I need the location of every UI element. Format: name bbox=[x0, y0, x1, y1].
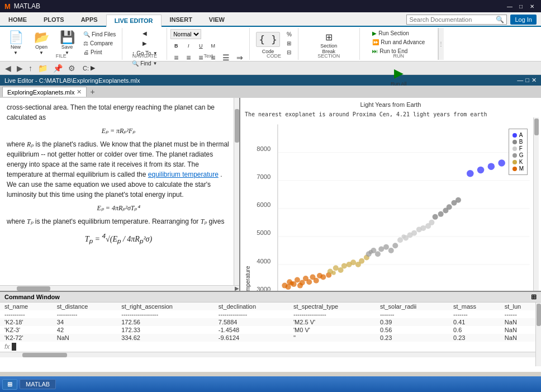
file-sub-buttons: 🔍 Find Files ⚖ Compare 🖨 Print bbox=[80, 30, 118, 56]
command-vscrollbar-thumb[interactable] bbox=[537, 304, 541, 326]
svg-point-46 bbox=[397, 237, 403, 243]
chart-title: Light Years from Earth bbox=[360, 101, 421, 108]
svg-point-27 bbox=[290, 281, 294, 286]
editor-minimize-icon[interactable]: — bbox=[517, 77, 523, 84]
search-box[interactable]: 🔍 bbox=[406, 15, 507, 25]
run-advance-button[interactable]: ⏩ Run and Advance bbox=[369, 38, 428, 46]
cell-dist-2: NaN bbox=[53, 334, 117, 342]
editor-para3: where Tₚ is the planet's equilibrium tem… bbox=[7, 216, 230, 226]
start-button[interactable]: ⊞ bbox=[2, 379, 17, 390]
forward-button[interactable]: ▶ bbox=[140, 39, 150, 48]
editor-title-bar: Live Editor - C:\MATLAB\ExploringExoplan… bbox=[0, 75, 541, 86]
editor-vscrollbar[interactable] bbox=[234, 98, 239, 285]
command-window-content[interactable]: st_name st_distance st_right_ascension s… bbox=[0, 303, 541, 372]
close-button[interactable]: ✕ bbox=[528, 2, 537, 11]
editor-maximize-icon[interactable]: □ bbox=[525, 77, 529, 84]
legend-dot-A bbox=[512, 133, 517, 138]
legend-dot-F bbox=[512, 147, 517, 151]
strikethrough-button[interactable]: M bbox=[207, 41, 219, 50]
cell-dec-0: 7.5884 bbox=[214, 318, 289, 326]
back-button[interactable]: ◀ bbox=[140, 29, 150, 37]
taskbar-matlab-button[interactable]: MATLAB bbox=[20, 379, 56, 389]
editor-vscrollbar-thumb[interactable] bbox=[235, 109, 239, 143]
scroll-right-icon[interactable]: ▶ bbox=[235, 285, 239, 291]
find-files-button[interactable]: 🔍 Find Files bbox=[80, 30, 118, 39]
para2-1: where bbox=[7, 140, 27, 148]
tab-home[interactable]: HOME bbox=[0, 13, 35, 26]
scatter-wrapper: Temperature 3000 4000 5000 6000 7000 800… bbox=[243, 117, 539, 291]
percent-button[interactable]: % bbox=[284, 30, 295, 39]
code-sub-buttons: % ⊞ ⊟ bbox=[284, 30, 295, 56]
svg-text:4000: 4000 bbox=[257, 258, 270, 265]
y-axis-label: Temperature bbox=[243, 117, 253, 291]
svg-point-62 bbox=[477, 167, 485, 174]
nav-path: C: ▶ bbox=[83, 64, 95, 72]
command-cursor bbox=[12, 343, 16, 351]
svg-point-56 bbox=[438, 211, 444, 217]
find-files-icon: 🔍 bbox=[83, 31, 90, 37]
nav-forward-button[interactable]: ▶ bbox=[15, 63, 25, 73]
file-tab-close-icon[interactable]: ✕ bbox=[77, 88, 82, 96]
tab-insert[interactable]: INSERT bbox=[162, 13, 201, 26]
editor-content[interactable]: cross-sectional area. Then the total ene… bbox=[0, 98, 239, 285]
tab-live-editor[interactable]: LIVE EDITOR bbox=[106, 15, 162, 27]
col-st-mass: st_mass bbox=[449, 303, 500, 310]
tab-apps[interactable]: APPS bbox=[73, 13, 106, 26]
title-bar: M MATLAB — □ ✕ bbox=[0, 0, 541, 12]
run-all-button[interactable]: ▶ Run All bbox=[385, 62, 412, 90]
indent-code-button[interactable]: ⊞ bbox=[284, 39, 295, 48]
nav-back-button[interactable]: ◀ bbox=[3, 63, 13, 73]
editor-hscrollbar-thumb[interactable] bbox=[17, 286, 50, 291]
cell-ra-0: 172.56 bbox=[117, 318, 214, 326]
editor-close-icon[interactable]: ✕ bbox=[531, 77, 537, 84]
editor-title: Live Editor - C:\MATLAB\ExploringExoplan… bbox=[4, 77, 140, 84]
ribbon-collapse-handle[interactable]: ⋮ bbox=[438, 28, 444, 60]
cell-radii-2: 0.23 bbox=[376, 334, 449, 342]
maximize-button[interactable]: □ bbox=[516, 2, 525, 11]
tab-plots[interactable]: PLOTS bbox=[35, 13, 73, 26]
main-area: cross-sectional area. Then the total ene… bbox=[0, 98, 541, 291]
legend-item-B: B bbox=[512, 139, 524, 145]
text-style-select[interactable]: Normal bbox=[170, 29, 201, 39]
find-button[interactable]: 🔍 Find ▼ bbox=[129, 59, 160, 68]
compare-button[interactable]: ⚖ Compare bbox=[80, 39, 118, 48]
output-vscrollbar-thumb[interactable] bbox=[534, 119, 539, 135]
title-bar-left: M MATLAB bbox=[4, 2, 40, 11]
command-vscrollbar[interactable] bbox=[535, 303, 541, 366]
underline-button[interactable]: U bbox=[195, 41, 206, 50]
command-hscrollbar[interactable] bbox=[0, 352, 541, 357]
italic-button[interactable]: I bbox=[183, 41, 194, 50]
svg-point-41 bbox=[378, 246, 384, 252]
cell-name-2: 'K2-72' bbox=[0, 334, 53, 342]
command-window-expand-icon[interactable]: ⊞ bbox=[531, 293, 537, 301]
svg-point-19 bbox=[306, 279, 312, 285]
nav-up-button[interactable]: ↑ bbox=[27, 63, 34, 73]
add-tab-button[interactable]: + bbox=[88, 87, 97, 96]
command-hscrollbar-thumb[interactable] bbox=[22, 353, 67, 357]
bold-button[interactable]: B bbox=[170, 41, 182, 50]
find-files-label: Find Files bbox=[92, 31, 116, 37]
cell-mass-0: 0.41 bbox=[449, 318, 500, 326]
login-button[interactable]: Log In bbox=[510, 15, 537, 25]
search-input[interactable] bbox=[409, 16, 496, 23]
back-icon: ◀ bbox=[143, 30, 147, 36]
file-tab-exploring[interactable]: ExploringExoplanets.mlx ✕ bbox=[2, 87, 87, 97]
editor-eq1: Eₚ = πRₚ²Fₚ bbox=[7, 126, 230, 136]
divider-6: ------- bbox=[376, 310, 449, 318]
output-vscrollbar[interactable] bbox=[533, 117, 539, 291]
text-style-row: Normal bbox=[170, 29, 201, 40]
editor-hscrollbar[interactable]: ▶ bbox=[0, 285, 239, 291]
legend-label-A: A bbox=[519, 132, 523, 138]
nav-pin-button[interactable]: 📌 bbox=[51, 63, 64, 73]
command-window: Command Window ⊞ st_name st_distance st_… bbox=[0, 291, 541, 372]
minimize-button[interactable]: — bbox=[505, 2, 514, 11]
svg-point-49 bbox=[411, 230, 417, 236]
svg-text:8000: 8000 bbox=[257, 145, 270, 152]
run-all-icon: ▶ bbox=[394, 66, 404, 81]
editor-window-bar: Live Editor - C:\MATLAB\ExploringExoplan… bbox=[0, 75, 541, 86]
run-advance-label: Run and Advance bbox=[381, 39, 425, 45]
run-section-button[interactable]: ▶ Run Section bbox=[369, 29, 411, 37]
tab-view[interactable]: VIEW bbox=[201, 13, 233, 26]
equilibrium-temp-link[interactable]: equilibrium temperature bbox=[148, 171, 219, 178]
section-break-icon: ⊞ bbox=[325, 32, 333, 42]
